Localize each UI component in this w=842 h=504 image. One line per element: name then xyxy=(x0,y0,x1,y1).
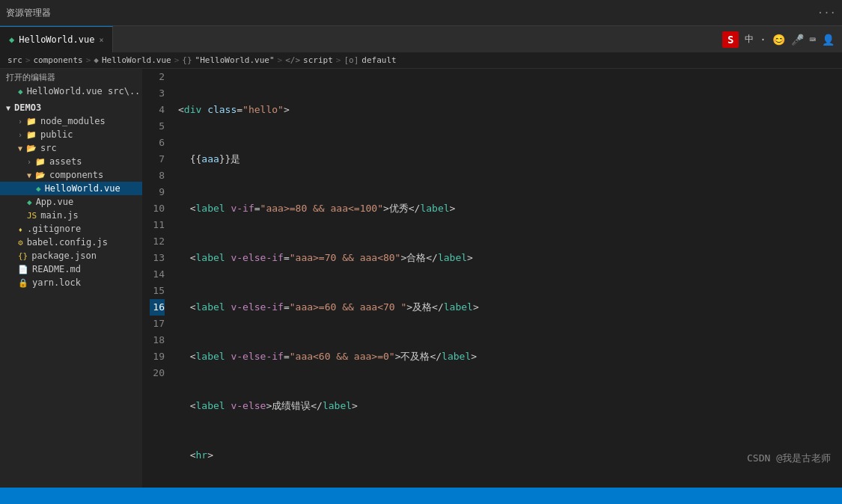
project-name: DEMO3 xyxy=(14,102,41,113)
bc-components[interactable]: components xyxy=(34,55,83,65)
code-line-9: <hr> xyxy=(178,447,836,464)
keyboard-icon: ⌨ xyxy=(810,34,816,46)
bc-src[interactable]: src xyxy=(7,55,22,65)
js-icon-main: JS xyxy=(27,211,37,221)
code-lines: <div class="hello"> {{aaa}}是 <label v-if… xyxy=(172,69,842,488)
bc-default-icon: [o] xyxy=(344,55,359,65)
tab-close-button[interactable]: × xyxy=(99,36,103,44)
sidebar-gitignore[interactable]: ⬧ .gitignore xyxy=(0,222,142,236)
bc-sep3: > xyxy=(174,55,180,65)
sidebar-public[interactable]: › 📁 public xyxy=(0,128,142,141)
bc-vue-icon: ◆ xyxy=(94,55,99,65)
folder-arrow-public: › xyxy=(18,131,22,139)
sidebar-yarnlock[interactable]: 🔒 yarn.lock xyxy=(0,276,142,289)
readme-label: README.md xyxy=(32,264,81,274)
babelconfig-label: babel.config.js xyxy=(27,237,108,248)
bc-script-icon: </> xyxy=(285,55,300,65)
sidebar-mainjs[interactable]: JS main.js xyxy=(0,209,142,222)
sidebar-node-modules[interactable]: › 📁 node_modules xyxy=(0,114,142,128)
sidebar-src[interactable]: ▼ 📂 src xyxy=(0,141,142,155)
line-numbers: 2 3 4 5 6 7 8 9 10 11 12 13 14 15 16 17 … xyxy=(142,69,172,488)
bc-braces: {} xyxy=(182,55,192,65)
opened-editors-section: 打开的编辑器 xyxy=(0,69,142,84)
bc-sep4: > xyxy=(278,55,283,65)
editor-area: 2 3 4 5 6 7 8 9 10 11 12 13 14 15 16 17 … xyxy=(142,69,842,488)
bc-sep2: > xyxy=(86,55,91,65)
sidebar-packagejson[interactable]: {} package.json xyxy=(0,249,142,262)
folder-icon-node: 📁 xyxy=(26,117,37,126)
title-bar: 资源管理器 ··· xyxy=(0,0,842,26)
bc-script[interactable]: script xyxy=(303,55,333,65)
babel-icon: ⚙ xyxy=(18,238,23,248)
folder-arrow-node: › xyxy=(18,117,22,126)
src-label: src xyxy=(40,143,57,153)
git-icon: ⬧ xyxy=(18,224,23,234)
opened-file-helloworldvue[interactable]: ◆ HelloWorld.vue src\... xyxy=(0,84,142,98)
yarn-icon: 🔒 xyxy=(18,278,28,288)
bc-default[interactable]: default xyxy=(361,55,396,65)
code-editor[interactable]: 2 3 4 5 6 7 8 9 10 11 12 13 14 15 16 17 … xyxy=(142,69,842,488)
tab-vue-icon: ◆ xyxy=(9,34,14,45)
emoji-icon: 😊 xyxy=(772,34,785,46)
vue-file-icon: ◆ xyxy=(18,87,23,96)
sidebar-appvue[interactable]: ◆ App.vue xyxy=(0,195,142,209)
title-bar-dots[interactable]: ··· xyxy=(817,7,836,19)
folder-arrow-assets: › xyxy=(27,158,31,166)
main-layout: 打开的编辑器 ◆ HelloWorld.vue src\... ▼ DEMO3 … xyxy=(0,69,842,488)
md-icon: 📄 xyxy=(18,265,28,274)
tab-helloworldvue[interactable]: ◆ HelloWorld.vue × xyxy=(0,26,113,52)
code-line-5: <label v-else-if="aaa>=70 && aaa<80">合格<… xyxy=(178,250,836,266)
dot-icon: · xyxy=(760,34,766,46)
bc-sep1: > xyxy=(25,55,31,65)
assets-label: assets xyxy=(49,156,82,167)
lang-indicator: 中 xyxy=(745,33,754,46)
status-bar xyxy=(0,488,842,504)
project-root[interactable]: ▼ DEMO3 xyxy=(0,101,142,114)
sidebar-components[interactable]: ▼ 📂 components xyxy=(0,168,142,182)
csdn-logo: S xyxy=(722,31,739,48)
sidebar-readme[interactable]: 📄 README.md xyxy=(0,262,142,276)
code-line-6: <label v-else-if="aaa>=60 && aaa<70 ">及格… xyxy=(178,299,836,316)
tab-label: HelloWorld.vue xyxy=(19,34,94,45)
code-line-2: <div class="hello"> xyxy=(178,102,836,118)
breadcrumb: src > components > ◆ HelloWorld.vue > {}… xyxy=(0,52,842,69)
helloworld-label: HelloWorld.vue xyxy=(45,183,120,194)
packagejson-label: package.json xyxy=(31,251,97,261)
folder-arrow-components: ▼ xyxy=(27,171,31,179)
folder-icon-src: 📂 xyxy=(26,144,37,153)
bc-quoted-name[interactable]: "HelloWorld.vue" xyxy=(195,55,275,65)
bc-sep5: > xyxy=(336,55,341,65)
mainjs-label: main.js xyxy=(40,210,79,221)
tab-bar: ◆ HelloWorld.vue × S 中 · 😊 🎤 ⌨ 👤 xyxy=(0,26,842,52)
sidebar: 打开的编辑器 ◆ HelloWorld.vue src\... ▼ DEMO3 … xyxy=(0,69,142,488)
mic-icon: 🎤 xyxy=(791,34,804,46)
vue-icon-app: ◆ xyxy=(27,197,32,207)
project-arrow: ▼ xyxy=(6,104,10,112)
public-label: public xyxy=(40,129,73,140)
code-line-4: <label v-if="aaa>=80 && aaa<=100">优秀</la… xyxy=(178,200,836,217)
folder-icon-public: 📁 xyxy=(26,130,37,140)
user-icon: 👤 xyxy=(822,34,835,46)
node-modules-label: node_modules xyxy=(40,116,106,126)
folder-icon-assets: 📁 xyxy=(35,157,46,167)
gitignore-label: .gitignore xyxy=(27,224,81,234)
yarnlock-label: yarn.lock xyxy=(32,277,81,288)
opened-file-label: HelloWorld.vue src\... xyxy=(27,86,142,96)
appvue-label: App.vue xyxy=(36,197,74,207)
sidebar-babelconfig[interactable]: ⚙ babel.config.js xyxy=(0,236,142,249)
components-label: components xyxy=(49,170,103,180)
code-line-3: {{aaa}}是 xyxy=(178,151,836,168)
code-line-8: <label v-else>成绩错误</label> xyxy=(178,398,836,414)
json-icon: {} xyxy=(18,251,28,261)
sidebar-assets[interactable]: › 📁 assets xyxy=(0,155,142,168)
top-right-icons: S 中 · 😊 🎤 ⌨ 👤 xyxy=(722,26,835,52)
explorer-title: 资源管理器 xyxy=(6,7,51,19)
bc-file[interactable]: HelloWorld.vue xyxy=(102,55,171,65)
vue-icon-helloworld: ◆ xyxy=(36,184,41,194)
folder-arrow-src: ▼ xyxy=(18,144,22,153)
code-line-7: <label v-else-if="aaa<60 && aaa>=0">不及格<… xyxy=(178,348,836,365)
folder-icon-components: 📂 xyxy=(35,170,46,180)
sidebar-helloworldvue[interactable]: ◆ HelloWorld.vue xyxy=(0,182,142,195)
